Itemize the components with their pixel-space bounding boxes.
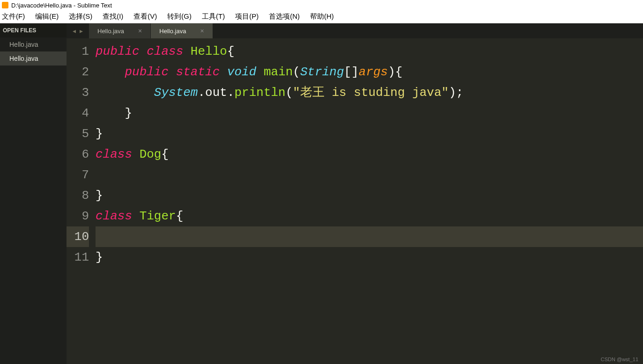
menu-item[interactable]: 项目(P) xyxy=(235,12,259,21)
menu-item[interactable]: 选择(S) xyxy=(69,12,92,21)
line-gutter: 1234567891011 xyxy=(67,38,96,364)
line-number: 4 xyxy=(67,103,89,124)
line-number: 1 xyxy=(67,41,89,62)
tab-bar: ◂ ▸ Hello.java×Hello.java× xyxy=(67,23,643,38)
code-line[interactable] xyxy=(96,165,643,185)
line-number: 6 xyxy=(67,144,89,165)
code-line[interactable]: } xyxy=(96,185,643,206)
code-content[interactable]: public class Hello{ public static void m… xyxy=(96,38,643,364)
close-icon[interactable]: × xyxy=(138,27,142,35)
line-number: 7 xyxy=(67,165,89,185)
menu-item[interactable]: 查找(I) xyxy=(103,12,123,21)
tab-label: Hello.java xyxy=(159,28,186,35)
code-line[interactable]: class Dog{ xyxy=(96,144,643,165)
menu-item[interactable]: 工具(T) xyxy=(202,12,225,21)
code-line[interactable]: class Tiger{ xyxy=(96,206,643,226)
line-number: 11 xyxy=(67,247,89,268)
code-line[interactable]: } xyxy=(96,247,643,268)
menu-bar: 文件(F)编辑(E)选择(S)查找(I)查看(V)转到(G)工具(T)项目(P)… xyxy=(0,10,643,23)
sidebar-item[interactable]: Hello.java xyxy=(0,37,67,51)
line-number: 5 xyxy=(67,124,89,144)
code-line[interactable] xyxy=(96,226,643,247)
tab-nav-arrows[interactable]: ◂ ▸ xyxy=(67,23,89,38)
tab-label: Hello.java xyxy=(97,28,124,35)
menu-item[interactable]: 帮助(H) xyxy=(310,12,334,21)
line-number: 9 xyxy=(67,206,89,226)
code-line[interactable]: System.out.println("老王 is studing java")… xyxy=(96,82,643,103)
tab[interactable]: Hello.java× xyxy=(89,23,151,38)
chevron-left-icon[interactable]: ◂ xyxy=(73,27,76,35)
close-icon[interactable]: × xyxy=(200,27,204,35)
menu-item[interactable]: 文件(F) xyxy=(2,12,25,21)
sidebar-item[interactable]: Hello.java xyxy=(0,51,67,66)
menu-item[interactable]: 转到(G) xyxy=(167,12,192,21)
line-number: 2 xyxy=(67,62,89,82)
line-number: 3 xyxy=(67,82,89,103)
menu-item[interactable]: 查看(V) xyxy=(133,12,157,21)
main-area: OPEN FILES Hello.javaHello.java ◂ ▸ Hell… xyxy=(0,23,643,364)
watermark: CSDN @wst_11 xyxy=(601,357,638,362)
code-line[interactable]: public static void main(String[]args){ xyxy=(96,62,643,82)
menu-item[interactable]: 首选项(N) xyxy=(269,12,300,21)
editor-area: ◂ ▸ Hello.java×Hello.java× 1234567891011… xyxy=(67,23,643,364)
title-bar: D:\javacode\Hello.java - Sublime Text xyxy=(0,0,643,10)
line-number: 8 xyxy=(67,185,89,206)
chevron-right-icon[interactable]: ▸ xyxy=(80,27,83,35)
window-title: D:\javacode\Hello.java - Sublime Text xyxy=(11,2,112,9)
sidebar-header: OPEN FILES xyxy=(0,23,67,37)
menu-item[interactable]: 编辑(E) xyxy=(35,12,59,21)
app-logo-icon xyxy=(2,2,8,8)
tab[interactable]: Hello.java× xyxy=(151,23,213,38)
code-line[interactable]: } xyxy=(96,124,643,144)
code-editor[interactable]: 1234567891011 public class Hello{ public… xyxy=(67,38,643,364)
code-line[interactable]: public class Hello{ xyxy=(96,41,643,62)
code-line[interactable]: } xyxy=(96,103,643,124)
line-number: 10 xyxy=(67,226,89,247)
sidebar: OPEN FILES Hello.javaHello.java xyxy=(0,23,67,364)
